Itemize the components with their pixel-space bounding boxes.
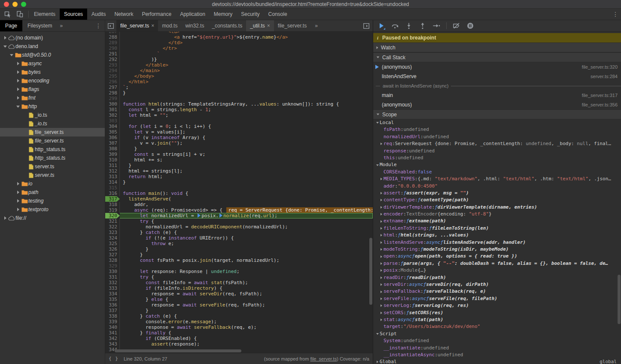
- right-arrow-icon[interactable]: [15, 208, 21, 211]
- frame-location[interactable]: server.ts:284: [591, 74, 618, 79]
- code-line-310[interactable]: 310 html += s;: [105, 157, 373, 163]
- continue-to-here-icon[interactable]: [219, 213, 222, 218]
- code-line-312[interactable]: 312 html += strings[l];: [105, 168, 373, 174]
- scope-section-script[interactable]: Script: [373, 331, 621, 337]
- hide-navigator-icon[interactable]: [105, 20, 116, 31]
- right-arrow-icon[interactable]: [3, 36, 8, 39]
- code-line-315[interactable]: 315: [105, 185, 373, 191]
- tab-page[interactable]: Page: [0, 20, 22, 31]
- callstack-frame[interactable]: listenAndServeserver.ts:284: [373, 72, 621, 81]
- scope-variable-open[interactable]: open: async ƒ open(path, options = { rea…: [373, 253, 621, 260]
- step-icon[interactable]: [432, 21, 441, 30]
- scope-section-module[interactable]: Module: [373, 161, 621, 168]
- callstack-frame[interactable]: (anonymous)file_server.ts:356: [373, 100, 621, 109]
- breakpoint-marker[interactable]: 317: [105, 196, 120, 202]
- tab-application[interactable]: Application: [176, 9, 210, 20]
- code-line-329[interactable]: 329: [105, 263, 373, 269]
- tab-elements[interactable]: Elements: [30, 9, 60, 20]
- tree-item-file_server.ts[interactable]: file_server.ts: [0, 128, 105, 136]
- scope-variable-listenAndServe[interactable]: listenAndServe: async ƒ listenAndServe(a…: [373, 239, 621, 246]
- code-line-338[interactable]: 338 } catch (e) {: [105, 313, 373, 319]
- code-line-288[interactable]: 288 <a href="${entry.url}">${entry.name}…: [105, 34, 373, 40]
- inspect-element-icon[interactable]: [3, 9, 13, 19]
- scope-variable-modeToString[interactable]: modeToString: ƒ modeToString(isDir, mayb…: [373, 246, 621, 253]
- tree-item-_io.ts[interactable]: _io.ts: [0, 119, 105, 128]
- resume-script-icon[interactable]: [377, 21, 386, 30]
- scope-section-local[interactable]: Local: [373, 119, 621, 126]
- scope-variable-encoder[interactable]: encoder: TextEncoder {encoding: "utf-8"}: [373, 211, 621, 218]
- editor-horizontal-scrollbar[interactable]: [115, 349, 241, 352]
- code-line-299[interactable]: 299: [105, 96, 373, 101]
- code-line-307[interactable]: 307 v = v.join("");: [105, 140, 373, 146]
- right-arrow-icon[interactable]: [15, 70, 21, 74]
- scope-section-global[interactable]: Globalglobal: [373, 358, 621, 364]
- scope-variable-contentType[interactable]: contentType: ƒ contentType(path): [373, 197, 621, 203]
- tree-item-textproto[interactable]: textproto: [0, 205, 105, 214]
- source-map-link[interactable]: file_server.ts: [310, 356, 337, 361]
- code-line-341[interactable]: 341 } finally {: [105, 330, 373, 336]
- code-line-320[interactable]: 320 let normalizedUrl = posix.normalize(…: [105, 213, 373, 218]
- code-line-298[interactable]: 298}: [105, 90, 373, 96]
- code-line-318[interactable]: 318 addr,: [105, 202, 373, 207]
- code-line-295[interactable]: 295 </body>: [105, 73, 373, 79]
- tree-item-_io.ts[interactable]: _io.ts: [0, 111, 105, 119]
- callstack-frame[interactable]: (anonymous)file_server.ts:320: [373, 62, 621, 72]
- code-line-293[interactable]: 293 </table>: [105, 62, 373, 68]
- callstack-frame[interactable]: mainfile_server.ts:317: [373, 91, 621, 100]
- code-line-327[interactable]: 327 }: [105, 252, 373, 258]
- code-line-325[interactable]: 325 throw e;: [105, 241, 373, 246]
- code-line-297[interactable]: 297`;: [105, 85, 373, 90]
- code-line-304[interactable]: 304 for (let i = 0; i < l; i++) {: [105, 124, 373, 129]
- scope-vertical-scrollbar[interactable]: [618, 275, 621, 324]
- code-line-330[interactable]: 330 let response: Response | undefined;: [105, 269, 373, 274]
- code-line-333[interactable]: 333 if (fileInfo.isDirectory) {: [105, 285, 373, 291]
- tree-item-file_server.ts[interactable]: file_server.ts: [0, 136, 105, 145]
- down-arrow-icon[interactable]: [15, 106, 21, 108]
- code-line-323[interactable]: 323 } catch (e) {: [105, 230, 373, 235]
- code-line-291[interactable]: 291 `: [105, 51, 373, 57]
- tab-security[interactable]: Security: [237, 9, 264, 20]
- right-arrow-icon[interactable]: [3, 216, 8, 220]
- step-over-icon[interactable]: [390, 21, 400, 30]
- scope-variable-serveFile[interactable]: serveFile: async ƒ serveFile(req, filePa…: [373, 295, 621, 302]
- scope-variable-stat[interactable]: stat: async ƒ stat(path): [373, 316, 621, 323]
- editor-tab-file_server.ts[interactable]: file_server.ts: [274, 20, 310, 31]
- close-tab-icon[interactable]: ×: [151, 23, 154, 29]
- code-line-313[interactable]: 313 return html;: [105, 174, 373, 179]
- scope-variable-serveFallback[interactable]: serveFallback: ƒ serveFallback(req, e): [373, 288, 621, 295]
- tree-item-testing[interactable]: testing: [0, 197, 105, 205]
- tree-item-fmt[interactable]: fmt: [0, 94, 105, 102]
- tree-item-http_status.ts[interactable]: http_status.ts: [0, 145, 105, 154]
- scope-variable-fileLenToString[interactable]: fileLenToString: ƒ fileLenToString(len): [373, 225, 621, 232]
- frame-location[interactable]: file_server.ts:317: [582, 93, 618, 98]
- editor-tab-_constants.ts[interactable]: _constants.ts: [208, 20, 246, 31]
- tree-item-async[interactable]: async: [0, 59, 105, 68]
- code-line-324[interactable]: 324 if (!(e instanceof URIError)) {: [105, 235, 373, 241]
- tree-item-flags[interactable]: flags: [0, 85, 105, 94]
- code-line-326[interactable]: 326 }: [105, 246, 373, 252]
- more-options-icon[interactable]: ⋮: [610, 9, 621, 20]
- right-arrow-icon[interactable]: [15, 182, 21, 185]
- step-into-icon[interactable]: [404, 21, 414, 30]
- code-line-294[interactable]: 294 </main>: [105, 68, 373, 73]
- code-line-306[interactable]: 306 if (v instanceof Array) {: [105, 135, 373, 140]
- code-line-316[interactable]: 316function main(): void {: [105, 191, 373, 196]
- code-line-332[interactable]: 332 const fileInfo = await stat(fsPath);: [105, 280, 373, 285]
- frame-location[interactable]: file_server.ts:320: [582, 64, 618, 70]
- code-line-342[interactable]: 342 if (CORSEnabled) {: [105, 336, 373, 341]
- code-line-322[interactable]: 322 normalizedUrl = decodeURIComponent(n…: [105, 224, 373, 230]
- tree-item-bytes[interactable]: bytes: [0, 68, 105, 76]
- tab-performance[interactable]: Performance: [137, 9, 176, 20]
- code-line-308[interactable]: 308 }: [105, 146, 373, 152]
- scope-variable-html[interactable]: html: ƒ html(strings, ...values): [373, 232, 621, 239]
- tree-item-io[interactable]: io: [0, 179, 105, 188]
- right-arrow-icon[interactable]: [15, 191, 21, 194]
- editor-tab-win32.ts[interactable]: win32.ts: [181, 20, 208, 31]
- hide-debugger-icon[interactable]: [361, 20, 372, 31]
- tree-item-deno.land[interactable]: deno.land: [0, 42, 105, 51]
- right-arrow-icon[interactable]: [15, 62, 21, 65]
- step-out-icon[interactable]: [418, 21, 427, 30]
- tab-network[interactable]: Network: [110, 9, 137, 20]
- tab-sources[interactable]: Sources: [60, 9, 87, 20]
- scope-variable-posix[interactable]: posix: Module {…}: [373, 267, 621, 274]
